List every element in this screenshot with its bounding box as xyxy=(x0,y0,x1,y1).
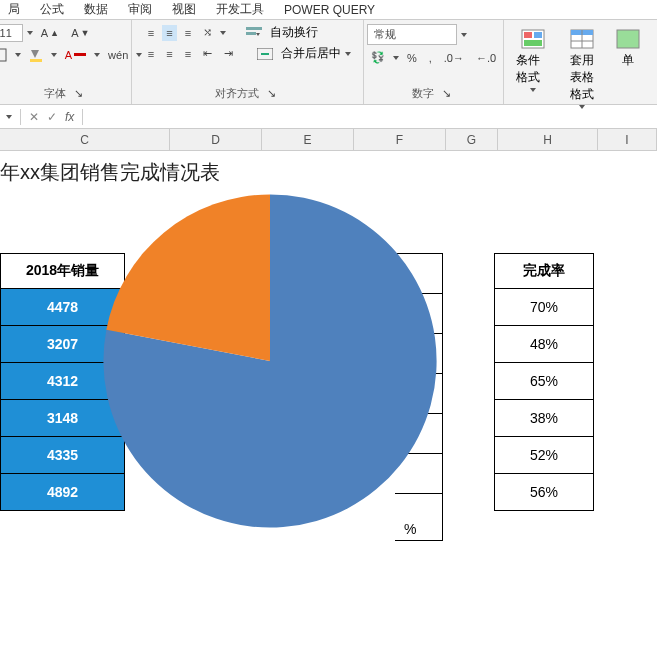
align-left-icon[interactable]: ≡ xyxy=(144,46,158,62)
col-header-c[interactable]: C xyxy=(0,129,170,150)
tab-view[interactable]: 视图 xyxy=(172,1,196,18)
align-center-icon[interactable]: ≡ xyxy=(162,46,176,62)
svg-rect-8 xyxy=(524,40,542,46)
chevron-down-icon[interactable] xyxy=(530,88,536,92)
cell-styles-label: 单 xyxy=(622,52,634,69)
fill-color-icon[interactable] xyxy=(25,46,47,64)
decrease-decimal-icon[interactable]: ←.0 xyxy=(472,50,500,66)
align-bottom-icon[interactable]: ≡ xyxy=(181,25,195,41)
conditional-format-label: 条件格式 xyxy=(516,52,549,86)
dialog-launcher-icon[interactable]: ↘ xyxy=(70,85,87,102)
worksheet[interactable]: 年xx集团销售完成情况表 % 2018年销量 4478 3207 4312 31… xyxy=(0,151,657,645)
increase-indent-icon[interactable]: ⇥ xyxy=(220,45,237,62)
svg-rect-13 xyxy=(617,30,639,48)
chevron-down-icon[interactable] xyxy=(461,33,467,37)
col-header-g[interactable]: G xyxy=(446,129,498,150)
svg-rect-2 xyxy=(246,27,262,30)
tab-devtools[interactable]: 开发工具 xyxy=(216,1,264,18)
align-top-icon[interactable]: ≡ xyxy=(144,25,158,41)
chevron-down-icon[interactable] xyxy=(94,53,100,57)
number-format-select[interactable]: 常规 xyxy=(367,24,457,45)
completion-header: 完成率 xyxy=(494,253,594,289)
merge-center-icon[interactable] xyxy=(253,46,277,62)
font-color-icon[interactable]: A xyxy=(61,47,90,63)
wrap-text-icon[interactable] xyxy=(242,25,266,41)
column-headers: C D E F G H I xyxy=(0,129,657,151)
namebox-dropdown-icon[interactable] xyxy=(6,115,12,119)
fx-icon[interactable]: fx xyxy=(65,110,74,124)
completion-table: 完成率 70% 48% 65% 38% 52% 56% xyxy=(494,253,594,511)
svg-rect-3 xyxy=(246,32,256,35)
cell-styles-button[interactable]: 单 xyxy=(608,24,648,73)
dialog-launcher-icon[interactable]: ↘ xyxy=(263,85,280,102)
chevron-down-icon[interactable] xyxy=(15,53,21,57)
chevron-down-icon[interactable] xyxy=(51,53,57,57)
svg-rect-0 xyxy=(0,49,6,61)
completion-cell[interactable]: 56% xyxy=(494,474,594,511)
svg-rect-7 xyxy=(534,32,542,38)
col-header-e[interactable]: E xyxy=(262,129,354,150)
dialog-launcher-icon[interactable]: ↘ xyxy=(438,85,455,102)
align-middle-icon[interactable]: ≡ xyxy=(162,25,176,41)
completion-cell[interactable]: 65% xyxy=(494,363,594,400)
ribbon-group-align: ≡ ≡ ≡ ⤭ 自动换行 ≡ ≡ ≡ ⇤ ⇥ xyxy=(132,20,364,104)
ribbon-tabs: 局 公式 数据 审阅 视图 开发工具 POWER QUERY xyxy=(0,0,657,20)
sheet-title: 年xx集团销售完成情况表 xyxy=(0,159,220,186)
col-header-i[interactable]: I xyxy=(598,129,657,150)
ribbon-group-font-label: 字体 ↘ xyxy=(44,83,87,102)
col-header-d[interactable]: D xyxy=(170,129,262,150)
chevron-down-icon[interactable] xyxy=(220,31,226,35)
chevron-down-icon[interactable] xyxy=(579,105,585,109)
percent-icon[interactable]: % xyxy=(403,50,421,66)
svg-rect-6 xyxy=(524,32,532,38)
conditional-format-button[interactable]: 条件格式 xyxy=(510,24,555,96)
phonetic-icon[interactable]: wén xyxy=(104,47,132,63)
col-header-h[interactable]: H xyxy=(498,129,598,150)
decrease-font-icon[interactable]: A▼ xyxy=(67,25,93,41)
currency-icon[interactable]: 💱 xyxy=(367,49,389,66)
merge-center-label[interactable]: 合并后居中 xyxy=(281,45,341,62)
completion-cell[interactable]: 70% xyxy=(494,289,594,326)
tab-formulas[interactable]: 公式 xyxy=(40,1,64,18)
tab-review[interactable]: 审阅 xyxy=(128,1,152,18)
ribbon-group-number-label: 数字 ↘ xyxy=(412,83,455,102)
wrap-text-label[interactable]: 自动换行 xyxy=(270,24,318,41)
completion-cell[interactable]: 52% xyxy=(494,437,594,474)
tab-layout[interactable]: 局 xyxy=(8,1,20,18)
decrease-indent-icon[interactable]: ⇤ xyxy=(199,45,216,62)
increase-font-icon[interactable]: A▲ xyxy=(37,25,63,41)
chevron-down-icon[interactable] xyxy=(393,56,399,60)
completion-cell[interactable]: 38% xyxy=(494,400,594,437)
increase-decimal-icon[interactable]: .0→ xyxy=(440,50,468,66)
tab-data[interactable]: 数据 xyxy=(84,1,108,18)
svg-rect-1 xyxy=(30,59,42,62)
ribbon-group-font: 11 A▲ A▼ A wén 字体 ↘ xyxy=(0,20,132,104)
format-as-table-button[interactable]: 套用 表格格式 xyxy=(559,24,604,113)
col-header-f[interactable]: F xyxy=(354,129,446,150)
format-as-table-label: 套用 表格格式 xyxy=(565,52,598,103)
ribbon: 11 A▲ A▼ A wén 字体 ↘ xyxy=(0,20,657,105)
confirm-icon[interactable]: ✓ xyxy=(47,110,57,124)
comma-icon[interactable]: , xyxy=(425,50,436,66)
cancel-icon[interactable]: ✕ xyxy=(29,110,39,124)
chevron-down-icon[interactable] xyxy=(27,31,33,35)
orientation-icon[interactable]: ⤭ xyxy=(199,24,216,41)
completion-cell[interactable]: 48% xyxy=(494,326,594,363)
ribbon-group-styles: 条件格式 套用 表格格式 单 xyxy=(504,20,654,104)
ribbon-group-align-label: 对齐方式 ↘ xyxy=(215,83,280,102)
align-right-icon[interactable]: ≡ xyxy=(181,46,195,62)
pie-chart[interactable] xyxy=(100,191,440,531)
chevron-down-icon[interactable] xyxy=(345,52,351,56)
border-icon[interactable] xyxy=(0,46,11,64)
font-size-input[interactable]: 11 xyxy=(0,24,23,42)
ribbon-group-number: 常规 💱 % , .0→ ←.0 数字 ↘ xyxy=(364,20,504,104)
tab-powerquery[interactable]: POWER QUERY xyxy=(284,3,375,17)
